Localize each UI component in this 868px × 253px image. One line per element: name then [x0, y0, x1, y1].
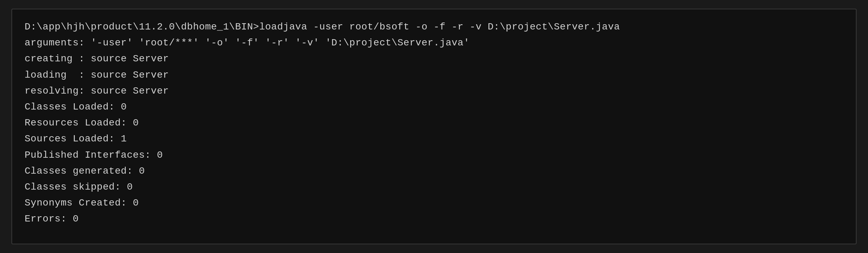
terminal-line-creating: creating : source Server [25, 51, 843, 67]
terminal-line-synonyms-created: Synonyms Created: 0 [25, 195, 843, 211]
terminal-line-classes-skipped: Classes skipped: 0 [25, 179, 843, 195]
terminal-line-published-interfaces: Published Interfaces: 0 [25, 147, 843, 163]
terminal-window: D:\app\hjh\product\11.2.0\dbhome_1\BIN>l… [11, 9, 857, 244]
terminal-line-loading: loading : source Server [25, 67, 843, 83]
terminal-line-classes-generated: Classes generated: 0 [25, 163, 843, 179]
terminal-line-classes-loaded: Classes Loaded: 0 [25, 99, 843, 115]
terminal-line-errors: Errors: 0 [25, 211, 843, 227]
terminal-line-resolving: resolving: source Server [25, 83, 843, 99]
terminal-line-sources-loaded: Sources Loaded: 1 [25, 131, 843, 147]
terminal-line-arguments: arguments: '-user' 'root/***' '-o' '-f' … [25, 35, 843, 51]
terminal-line-command: D:\app\hjh\product\11.2.0\dbhome_1\BIN>l… [25, 19, 843, 35]
terminal-line-resources-loaded: Resources Loaded: 0 [25, 115, 843, 131]
